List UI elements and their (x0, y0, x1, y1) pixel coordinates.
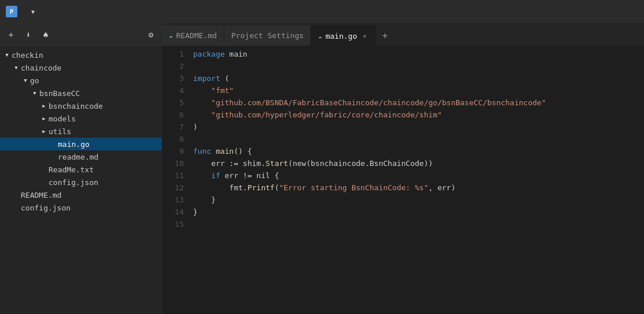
code-line-7: ) (193, 121, 644, 134)
code-token: main (225, 49, 247, 61)
code-token (193, 85, 211, 97)
tree-item-config.json-bsn[interactable]: config.json (0, 176, 162, 189)
project-icon: P (6, 6, 17, 17)
code-token: } (193, 194, 216, 206)
tree-item-utils[interactable]: ▶utils (0, 125, 162, 138)
tree-item-ReadMe.txt[interactable]: ReadMe.txt (0, 163, 162, 176)
line-number-12: 12 (162, 182, 184, 194)
settings-button[interactable]: ⚙ (145, 28, 157, 41)
code-line-9: func main() { (193, 146, 644, 158)
add-tab-button[interactable]: + (376, 25, 394, 46)
file-tree: ▼checkin▼chaincode▼go▼bsnBaseCC▶bsnchain… (0, 46, 162, 314)
code-content: package main import ( "fmt" "github.com/… (191, 49, 644, 312)
tree-label-utils: utils (49, 127, 71, 136)
tree-label-bsnchaincode: bsnchaincode (49, 102, 103, 110)
code-line-12: fmt.Printf("Error starting BsnChainCode:… (193, 182, 644, 194)
folder-arrow-go: ▼ (21, 76, 30, 85)
tree-label-readme.md: readme.md (58, 153, 98, 161)
line-number-14: 14 (162, 206, 184, 219)
line-number-13: 13 (162, 194, 184, 206)
line-number-15: 15 (162, 219, 184, 231)
code-token (193, 109, 211, 121)
folder-arrow-chaincode: ▼ (12, 63, 21, 72)
code-token: } (193, 206, 198, 219)
line-number-10: 10 (162, 158, 184, 170)
code-line-11: if err != nil { (193, 170, 644, 182)
code-token: () { (234, 146, 251, 158)
sidebar-toolbar: + ⬇ ♠ ⚙ (0, 23, 162, 46)
tree-item-bsnchaincode[interactable]: ▶bsnchaincode (0, 99, 162, 112)
code-token (193, 97, 211, 109)
folder-arrow-bsnBaseCC: ▼ (30, 88, 39, 98)
folder-arrow-checkin: ▼ (2, 50, 12, 60)
code-token: (new(bsnchaincode.BsnChainCode)) (288, 158, 432, 170)
tree-label-models: models (49, 114, 76, 123)
code-line-3: import ( (193, 73, 644, 85)
line-number-11: 11 (162, 170, 184, 182)
code-token: Start (265, 158, 288, 170)
extra-button[interactable]: ♠ (39, 28, 52, 41)
tree-label-README.md-root: README.md (21, 191, 61, 200)
code-token: ) (193, 121, 198, 134)
folder-arrow-models: ▶ (39, 114, 49, 123)
tab-close-main-go[interactable]: × (361, 32, 369, 40)
code-line-6: "github.com/hyperledger/fabric/core/chai… (193, 109, 644, 121)
tree-label-chaincode: chaincode (21, 64, 61, 72)
project-dropdown-arrow[interactable]: ▼ (31, 9, 35, 15)
code-line-10: err := shim.Start(new(bsnchaincode.BsnCh… (193, 158, 644, 170)
folder-arrow-utils: ▶ (39, 127, 49, 136)
top-bar: P ▼ (0, 0, 644, 23)
line-number-6: 6 (162, 109, 184, 121)
tree-label-config.json-bsn: config.json (49, 178, 98, 187)
tree-item-checkin[interactable]: ▼checkin (0, 49, 162, 61)
line-number-2: 2 (162, 61, 184, 73)
code-token: "fmt" (211, 85, 234, 97)
code-line-8 (193, 134, 644, 146)
code-token: ( (275, 182, 279, 194)
tree-item-models[interactable]: ▶models (0, 112, 162, 125)
line-number-4: 4 (162, 85, 184, 97)
tab-label-main-go: main.go (325, 32, 357, 40)
tree-item-main.go[interactable]: main.go (0, 138, 162, 150)
tree-item-bsnBaseCC[interactable]: ▼bsnBaseCC (0, 87, 162, 99)
tree-label-config.json-root: config.json (21, 204, 71, 212)
line-number-1: 1 (162, 49, 184, 61)
code-token: import (193, 73, 220, 85)
main-layout: + ⬇ ♠ ⚙ ▼checkin▼chaincode▼go▼bsnBaseCC▶… (0, 23, 644, 314)
tab-main-go[interactable]: ☁main.go× (311, 25, 376, 46)
tree-item-readme.md[interactable]: readme.md (0, 150, 162, 163)
line-number-3: 3 (162, 73, 184, 85)
tab-project-settings[interactable]: Project Settings (224, 25, 311, 46)
tree-label-go: go (30, 76, 39, 85)
tree-item-chaincode[interactable]: ▼chaincode (0, 61, 162, 74)
code-editor[interactable]: 123456789101112131415 package main impor… (162, 46, 644, 314)
line-number-9: 9 (162, 146, 184, 158)
line-number-8: 8 (162, 134, 184, 146)
line-numbers: 123456789101112131415 (162, 49, 191, 312)
tab-bar: ☁README.mdProject Settings☁main.go×+ (162, 23, 644, 46)
download-button[interactable]: ⬇ (22, 28, 35, 41)
tree-item-go[interactable]: ▼go (0, 74, 162, 87)
tree-item-config.json-root[interactable]: config.json (0, 201, 162, 214)
code-line-2 (193, 61, 644, 73)
tree-label-ReadMe.txt: ReadMe.txt (49, 165, 94, 174)
code-token: ( (220, 73, 230, 85)
code-line-13: } (193, 194, 644, 206)
code-token (211, 146, 216, 158)
tab-readme[interactable]: ☁README.md (162, 25, 224, 46)
add-button[interactable]: + (5, 28, 17, 41)
tree-label-bsnBaseCC: bsnBaseCC (39, 89, 80, 98)
cloud-icon-readme: ☁ (169, 32, 173, 39)
cloud-icon-main-go: ☁ (318, 32, 322, 40)
code-token: err != nil { (220, 170, 279, 182)
code-token: package (193, 49, 225, 61)
tab-label-readme: README.md (176, 31, 217, 40)
editor-area: ☁README.mdProject Settings☁main.go×+ 123… (162, 23, 644, 314)
code-token: func (193, 146, 211, 158)
code-line-14: } (193, 206, 644, 219)
line-number-5: 5 (162, 97, 184, 109)
code-token: "github.com/hyperledger/fabric/core/chai… (211, 109, 442, 121)
line-number-7: 7 (162, 121, 184, 134)
tree-label-checkin: checkin (12, 51, 43, 60)
tree-item-README.md-root[interactable]: README.md (0, 189, 162, 201)
